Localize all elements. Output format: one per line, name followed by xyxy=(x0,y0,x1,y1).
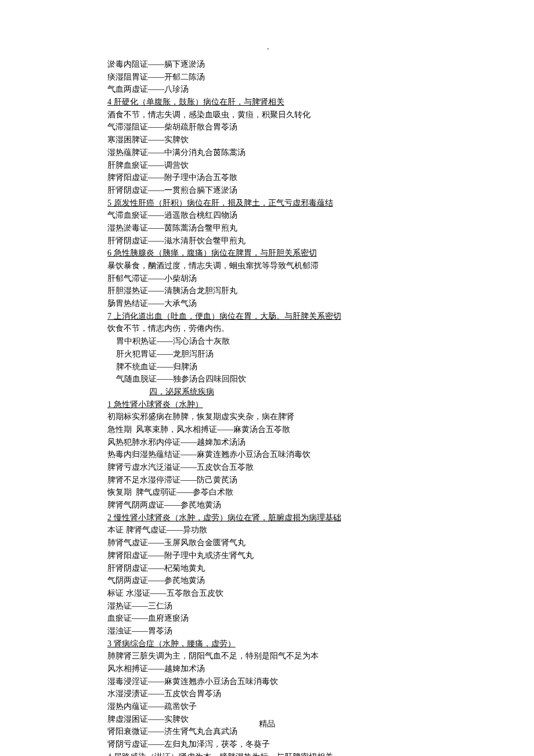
text-line: 肝肾阴虚证——杞菊地黄丸 xyxy=(107,562,534,575)
text-line: 肝火犯胃证——龙胆泻肝汤 xyxy=(107,348,534,361)
text-line: 淤毒内阻证——膈下逐淤汤 xyxy=(107,58,534,71)
text-line: 湿浊证——胃苓汤 xyxy=(107,625,534,638)
text-line: 风水相搏证——越婢加术汤 xyxy=(107,663,534,675)
text-line: 寒湿困脾证——实脾饮 xyxy=(107,134,534,146)
text-line: 气滞湿阻证——柴胡疏肝散合胃苓汤 xyxy=(107,121,534,134)
text-line: 湿热证——三仁汤 xyxy=(107,600,534,613)
text-line: 4 尿路感染（淋证）肾虚为本，膀胱湿热为标，与肝脾密切相关 xyxy=(107,751,534,756)
text-line: 肝肾阴虚证——滋水清肝饮合鳖甲煎丸 xyxy=(107,235,534,247)
text-line: 暴饮暴食，酗酒过度，情志失调，蛔虫窜扰等导致气机郁滞 xyxy=(107,260,534,272)
text-line: 水湿浸渍证——五皮饮合胃苓汤 xyxy=(107,687,534,700)
document-body: 淤毒内阻证——膈下逐淤汤痰湿阻胃证——开郁二陈汤气血两虚证——八珍汤4 肝硬化（… xyxy=(107,58,534,756)
text-line: 肝胆湿热证——清胰汤合龙胆泻肝丸 xyxy=(107,285,534,297)
text-line: 痰湿阻胃证——开郁二陈汤 xyxy=(107,71,534,84)
text-line: 脾肾气阴两虚证——参芪地黄汤 xyxy=(107,499,534,512)
text-line: 急性期 风寒束肺，风水相搏证——麻黄汤合五苓散 xyxy=(107,423,534,436)
text-line: 气滞血瘀证——逍遥散合桃红四物汤 xyxy=(107,209,534,222)
text-line: 脾肾亏虚水汽泛溢证——五皮饮合五苓散 xyxy=(107,461,534,474)
text-line: 标证 水湿证——五苓散合五皮饮 xyxy=(107,587,534,600)
text-line: 脾不统血证——归脾汤 xyxy=(107,361,534,373)
text-line: 湿热淤毒证——茵陈蒿汤合鳖甲煎丸 xyxy=(107,222,534,235)
text-line: 1 急性肾小球肾炎（水肿） xyxy=(107,398,534,411)
text-line: 胃中积热证——泻心汤合十灰散 xyxy=(107,335,534,348)
text-line: 初期标实邪盛病在肺脾，恢复期虚实夹杂，病在脾肾 xyxy=(107,411,534,423)
text-line: 6 急性胰腺炎（胰瘅，腹痛）病位在脾胃，与肝胆关系密切 xyxy=(107,247,534,260)
text-line: 湿热蕴脾证——中满分消丸合茵陈蒿汤 xyxy=(107,146,534,159)
text-line: 血瘀证——血府逐瘀汤 xyxy=(107,612,534,625)
text-line: 3 肾病综合症（水肿，腰痛，虚劳） xyxy=(107,638,534,650)
text-line: 4 肝硬化（单腹胀，鼓胀）病位在肝，与脾肾相关 xyxy=(107,96,534,109)
text-line: 肝脾血瘀证——调营饮 xyxy=(107,159,534,172)
text-line: 湿毒浸淫证——麻黄连翘赤小豆汤合五味消毒饮 xyxy=(107,675,534,688)
text-line: 肺肾气虚证——玉屏风散合金匮肾气丸 xyxy=(107,537,534,549)
text-line: 风热犯肺水邪内停证——越婢加术汤汤 xyxy=(107,436,534,449)
text-line: 5 原发性肝癌（肝积）病位在肝，损及脾土，正气亏虚邪毒蕴结 xyxy=(107,197,534,210)
text-line: 脾肾阳虚证——附子理中汤合五苓散 xyxy=(107,171,534,184)
text-line: 脾肾不足水湿停滞证——防己黄芪汤 xyxy=(107,474,534,487)
text-line: 饮食不节，情志内伤，劳倦内伤。 xyxy=(107,322,534,335)
text-line: 恢复期 脾气虚弱证——参苓白术散 xyxy=(107,486,534,499)
text-line: 气血两虚证——八珍汤 xyxy=(107,83,534,96)
text-line: 本证 脾肾气虚证——异功散 xyxy=(107,524,534,537)
text-line: 热毒内归湿热蕴结证——麻黄连翘赤小豆汤合五味消毒饮 xyxy=(107,448,534,461)
text-line: 酒食不节，情志失调，感染血吸虫，黄疸，积聚日久转化 xyxy=(107,109,534,121)
footer-label: 精品 xyxy=(0,718,534,730)
text-line: 肾阴亏虚证——左归丸加泽泻，茯苓，冬葵子 xyxy=(107,738,534,751)
text-line: 脾肾阳虚证——附子理中丸或济生肾气丸 xyxy=(107,549,534,562)
text-line: 肠胃热结证——大承气汤 xyxy=(107,297,534,310)
text-line: 7 上消化道出血（吐血，便血）病位在胃，大肠。与肝脾关系密切 xyxy=(107,310,534,323)
text-line: 肺脾肾三脏失调为主，阴阳气血不足，特别是阳气不足为本 xyxy=(107,650,534,663)
text-line: 湿热内蕴证——疏凿饮子 xyxy=(107,700,534,713)
top-dot: . xyxy=(267,41,269,53)
text-line: 气阴两虚证——参芪地黄汤 xyxy=(107,574,534,587)
text-line: 肝肾阴虚证——一贯煎合膈下逐淤汤 xyxy=(107,184,534,197)
text-line: 2 慢性肾小球肾炎（水肿，虚劳）病位在肾，脏腑虚损为病理基础 xyxy=(107,512,534,524)
text-line: 肝郁气滞证——小柴胡汤 xyxy=(107,272,534,285)
text-line: 气随血脱证——独参汤合四味回阳饮 xyxy=(107,373,534,386)
text-line: 四，泌尿系统疾病 xyxy=(107,386,534,398)
